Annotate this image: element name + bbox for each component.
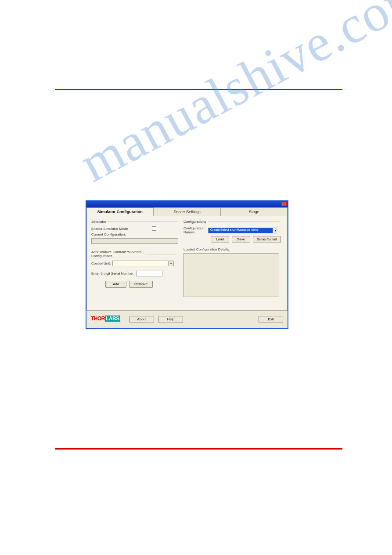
about-button[interactable]: About bbox=[129, 316, 154, 323]
chevron-down-icon[interactable]: ▾ bbox=[168, 261, 173, 266]
left-column: Simulator Enable Simulator Mode Current … bbox=[91, 220, 179, 288]
current-config-row: Current Configuration: bbox=[91, 232, 179, 236]
details-label-row: Loaded Configuration Details: bbox=[183, 247, 281, 251]
configurations-group-label: Configurations bbox=[183, 220, 206, 224]
tab-simulator-configuration[interactable]: Simulator Configuration bbox=[86, 207, 154, 216]
group-rule bbox=[208, 221, 279, 222]
serial-row: Enter 6 digit Serial Number: bbox=[91, 271, 179, 276]
load-button[interactable]: Load bbox=[211, 236, 229, 243]
current-config-label: Current Configuration: bbox=[91, 232, 179, 236]
tab-server-settings[interactable]: Server Settings bbox=[154, 207, 221, 216]
config-names-label: Configuration Names: bbox=[183, 226, 208, 234]
control-unit-label: Control Unit: bbox=[91, 261, 111, 265]
logo-part-b: LABS bbox=[105, 316, 120, 322]
config-names-dropdown[interactable]: Create/Select a configuration name ▾ bbox=[208, 228, 278, 233]
enable-sim-label: Enable Simulator Mode bbox=[91, 227, 152, 231]
logo-part-a: THOR bbox=[91, 316, 105, 322]
details-label: Loaded Configuration Details: bbox=[183, 247, 230, 251]
add-button[interactable]: Add bbox=[105, 281, 126, 288]
group-rule bbox=[146, 254, 177, 254]
addremove-group-label: Add/Remove Controllers to/from Configura… bbox=[91, 250, 144, 258]
control-unit-dropdown[interactable]: ▾ bbox=[112, 261, 174, 266]
control-unit-row: Control Unit: ▾ bbox=[91, 261, 179, 266]
configurations-group: Configurations bbox=[183, 220, 281, 224]
tab-body: Simulator Enable Simulator Mode Current … bbox=[86, 216, 288, 310]
addremove-group: Add/Remove Controllers to/from Configura… bbox=[91, 250, 179, 258]
config-utility-window: Simulator Configuration Server Settings … bbox=[86, 200, 288, 329]
thorlabs-logo: THORLABS bbox=[91, 316, 125, 323]
watermark-text: manualshive.com bbox=[70, 0, 392, 194]
right-column: Configurations Configuration Names: Crea… bbox=[183, 220, 281, 297]
exit-button[interactable]: Exit bbox=[259, 316, 283, 323]
details-box bbox=[183, 253, 279, 297]
serial-label: Enter 6 digit Serial Number: bbox=[91, 272, 134, 276]
current-config-field bbox=[91, 238, 178, 244]
tab-strip: Simulator Configuration Server Settings … bbox=[86, 207, 288, 216]
serial-input[interactable] bbox=[136, 271, 162, 276]
save-button[interactable]: Save bbox=[232, 236, 250, 243]
top-divider bbox=[55, 89, 342, 90]
window-footer: THORLABS About Help Exit bbox=[86, 310, 288, 328]
close-icon[interactable] bbox=[281, 202, 287, 206]
help-button[interactable]: Help bbox=[158, 316, 183, 323]
set-current-button[interactable]: Set as Current bbox=[253, 236, 281, 243]
chevron-down-icon[interactable]: ▾ bbox=[273, 228, 278, 233]
config-names-row: Configuration Names: Create/Select a con… bbox=[183, 226, 281, 234]
enable-sim-checkbox[interactable] bbox=[152, 226, 156, 231]
titlebar[interactable] bbox=[86, 201, 288, 207]
config-names-value: Create/Select a configuration name bbox=[209, 228, 277, 231]
tab-stage[interactable]: Stage bbox=[220, 207, 288, 216]
group-rule bbox=[108, 221, 177, 222]
bottom-divider bbox=[55, 448, 342, 450]
simulator-group: Simulator bbox=[91, 220, 179, 224]
remove-button[interactable]: Remove bbox=[129, 281, 153, 288]
enable-sim-row: Enable Simulator Mode bbox=[91, 226, 179, 231]
simulator-group-label: Simulator bbox=[91, 220, 106, 224]
